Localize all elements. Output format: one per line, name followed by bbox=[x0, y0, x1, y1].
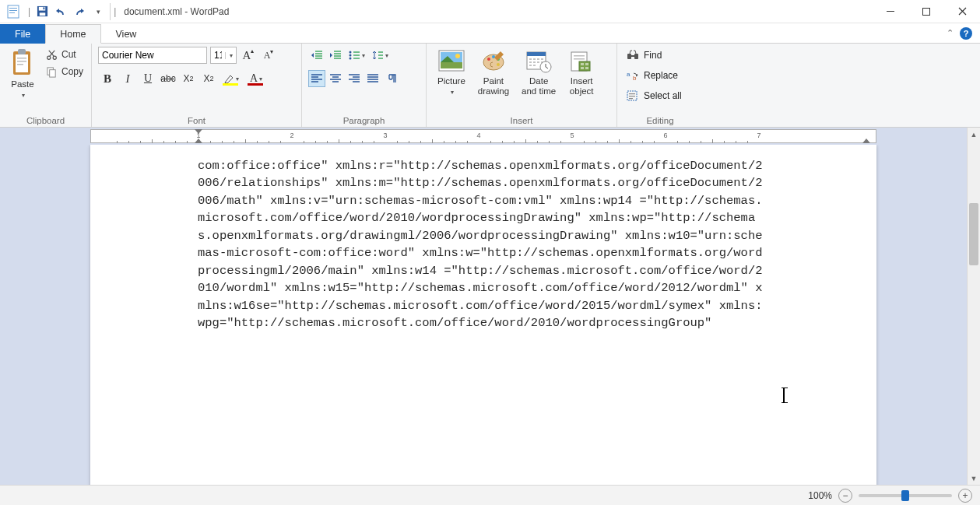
tab-home[interactable]: Home bbox=[45, 24, 100, 44]
increase-indent-button[interactable] bbox=[327, 47, 344, 64]
scroll-track[interactable] bbox=[968, 141, 980, 472]
strikethrough-button[interactable]: abc bbox=[159, 70, 177, 87]
svg-rect-6 bbox=[39, 12, 45, 16]
app-icon bbox=[6, 5, 20, 19]
cut-button[interactable]: Cut bbox=[42, 47, 86, 62]
horizontal-ruler[interactable]: 1234567 bbox=[90, 129, 876, 143]
align-left-button[interactable] bbox=[308, 70, 325, 87]
zoom-in-button[interactable]: + bbox=[958, 489, 972, 503]
minimize-button[interactable] bbox=[873, 0, 908, 23]
date-time-button[interactable]: Dateand time bbox=[517, 47, 560, 98]
right-indent-marker[interactable] bbox=[862, 139, 870, 143]
cut-label: Cut bbox=[61, 49, 76, 60]
svg-rect-49 bbox=[629, 93, 635, 94]
collapse-ribbon-button[interactable]: ⌃ bbox=[947, 28, 954, 38]
svg-point-16 bbox=[47, 56, 50, 59]
scroll-thumb[interactable] bbox=[969, 203, 978, 265]
svg-point-28 bbox=[487, 58, 490, 61]
save-button[interactable] bbox=[33, 3, 51, 20]
document-viewport: com:office:office" xmlns:r="http://schem… bbox=[0, 145, 980, 485]
ruler-number: 4 bbox=[476, 132, 480, 139]
help-button[interactable]: ? bbox=[960, 27, 972, 40]
insert-object-button[interactable]: Insertobject bbox=[564, 47, 599, 98]
svg-point-31 bbox=[497, 63, 500, 66]
copy-button[interactable]: Copy bbox=[42, 64, 86, 79]
ruler-number: 6 bbox=[663, 132, 667, 139]
ruler-number: 1 bbox=[196, 132, 200, 139]
svg-point-17 bbox=[53, 56, 56, 59]
group-font: ▾ ▾ A▴ A▾ B I U abc X2 X2 ▾ bbox=[92, 44, 302, 127]
group-label: Paragraph bbox=[308, 114, 420, 125]
svg-rect-36 bbox=[574, 55, 585, 57]
line-spacing-button[interactable]: ▾ bbox=[369, 47, 391, 64]
caret-down-icon: ▾ bbox=[97, 8, 100, 16]
highlight-color-button[interactable]: ▾ bbox=[220, 70, 243, 87]
svg-rect-39 bbox=[581, 63, 584, 65]
svg-rect-1 bbox=[9, 8, 17, 9]
svg-rect-44 bbox=[634, 54, 638, 59]
grow-font-button[interactable]: A▴ bbox=[240, 47, 257, 64]
caret-down-icon[interactable]: ▾ bbox=[225, 52, 236, 59]
font-size-combo[interactable]: ▾ bbox=[210, 47, 237, 64]
svg-rect-43 bbox=[627, 54, 631, 59]
svg-rect-0 bbox=[8, 5, 19, 18]
redo-button[interactable] bbox=[71, 3, 88, 20]
subscript-button[interactable]: X2 bbox=[179, 70, 198, 87]
ribbon: Paste▾ Cut Copy Clipboard ▾ bbox=[0, 44, 980, 128]
decrease-indent-button[interactable] bbox=[308, 47, 325, 64]
align-right-button[interactable] bbox=[346, 70, 363, 87]
document-content[interactable]: com:office:office" xmlns:r="http://schem… bbox=[198, 157, 769, 332]
bold-button[interactable]: B bbox=[98, 70, 117, 87]
paragraph-dialog-button[interactable] bbox=[383, 70, 400, 87]
zoom-slider[interactable] bbox=[859, 494, 952, 497]
align-justify-button[interactable] bbox=[364, 70, 381, 87]
maximize-button[interactable] bbox=[908, 0, 944, 23]
zoom-percent: 100% bbox=[808, 490, 832, 501]
svg-rect-13 bbox=[17, 58, 26, 59]
bullet-list-button[interactable]: ▾ bbox=[346, 47, 367, 64]
calendar-clock-icon bbox=[525, 48, 552, 75]
paint-label: Paintdrawing bbox=[478, 76, 509, 96]
font-name-input[interactable] bbox=[99, 47, 222, 63]
tab-file[interactable]: File bbox=[0, 24, 45, 44]
ruler-number: 2 bbox=[290, 132, 293, 139]
paint-drawing-button[interactable]: Paintdrawing bbox=[473, 47, 514, 98]
customize-qat-button[interactable]: ▾ bbox=[90, 3, 107, 20]
italic-button[interactable]: I bbox=[118, 70, 137, 87]
paste-button[interactable]: Paste▾ bbox=[6, 47, 39, 101]
select-all-button[interactable]: Select all bbox=[623, 87, 685, 104]
select-all-label: Select all bbox=[644, 90, 682, 101]
svg-rect-42 bbox=[585, 67, 588, 69]
svg-point-25 bbox=[455, 54, 460, 58]
palette-icon bbox=[480, 48, 507, 75]
group-clipboard: Paste▾ Cut Copy Clipboard bbox=[0, 44, 92, 127]
group-label: Insert bbox=[433, 114, 610, 125]
undo-button[interactable] bbox=[52, 3, 69, 20]
title-bar: | ▾ | document.xml - WordPad bbox=[0, 0, 980, 23]
scroll-down-button[interactable]: ▼ bbox=[968, 472, 980, 485]
scissors-icon bbox=[45, 48, 58, 61]
ruler-number: 3 bbox=[383, 132, 387, 139]
caret-down-icon: ▾ bbox=[22, 92, 25, 99]
font-name-combo[interactable]: ▾ bbox=[98, 47, 207, 64]
group-editing: Find ab Replace Select all Editing bbox=[617, 44, 703, 127]
group-paragraph: ▾ ▾ Paragraph bbox=[302, 44, 427, 127]
vertical-scrollbar[interactable]: ▲ ▼ bbox=[967, 128, 980, 485]
svg-text:b: b bbox=[633, 75, 637, 81]
font-size-input[interactable] bbox=[211, 47, 225, 63]
underline-button[interactable]: U bbox=[139, 70, 157, 87]
zoom-out-button[interactable]: − bbox=[838, 489, 852, 503]
shrink-font-button[interactable]: A▾ bbox=[260, 47, 277, 64]
svg-rect-12 bbox=[18, 49, 26, 54]
close-button[interactable] bbox=[944, 0, 980, 23]
object-label: Insertobject bbox=[570, 76, 594, 96]
tab-view[interactable]: View bbox=[101, 24, 152, 44]
superscript-button[interactable]: X2 bbox=[199, 70, 218, 87]
replace-button[interactable]: ab Replace bbox=[623, 67, 685, 84]
page: com:office:office" xmlns:r="http://schem… bbox=[90, 145, 876, 485]
align-center-button[interactable] bbox=[327, 70, 344, 87]
picture-button[interactable]: Picture▾ bbox=[433, 47, 470, 98]
font-color-button[interactable]: A ▾ bbox=[244, 70, 268, 87]
find-button[interactable]: Find bbox=[623, 47, 685, 64]
scroll-up-button[interactable]: ▲ bbox=[968, 128, 980, 141]
